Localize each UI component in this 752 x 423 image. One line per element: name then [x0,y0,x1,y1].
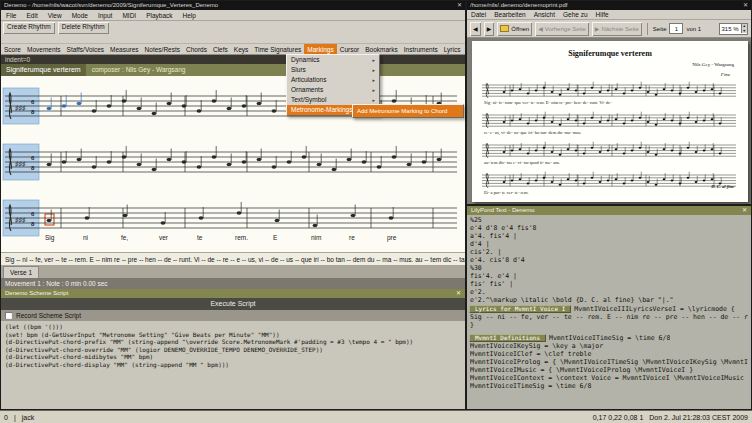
note-glyph [422,160,427,164]
denemo-titlebar[interactable]: Denemo - /home/nils/wacot/svn/denemo/200… [1,1,465,10]
create-rhythm-button[interactable]: Create Rhythm [3,22,55,34]
menu-score[interactable]: Score [1,44,24,54]
menu-keys[interactable]: Keys [231,44,251,54]
menu-file[interactable]: File [1,10,21,20]
menu-playback[interactable]: Playback [141,10,177,20]
arrow-left-icon: ◀ [538,23,543,35]
menu-chords[interactable]: Chords [183,44,210,54]
document-area[interactable]: Signiferumque verterem Nils Gey - Wargsa… [467,38,751,205]
lyric-syllable: Sig [45,234,54,241]
menu-input[interactable]: Input [93,10,117,20]
lilypond-titlebar[interactable]: LilyPond Text - Denemo ✕ [467,206,751,215]
lilypond-text-editor[interactable]: %25 e'4 d'8 e'4 fis'8 a'4. fis'4 | d'4 |… [467,215,751,410]
definitions-section-button[interactable]: MvmntI Definitions [469,334,546,342]
note-glyph [543,117,546,119]
note-glyph [583,92,586,94]
zoom-spinner[interactable]: 315 % ▲ ▼ [719,23,748,35]
script-line: (set! bpm (d-GetUserInput "Metronome Set… [5,331,461,339]
menu-measures[interactable]: Measures [107,44,142,54]
lilypond-line: %30 [470,264,748,272]
menu-markings[interactable]: Markings [304,44,336,54]
back-button[interactable]: ◀ [470,22,481,36]
menu-ansicht[interactable]: Ansicht [530,10,559,19]
spin-down-icon[interactable]: ▼ [742,29,747,34]
menu-help[interactable]: Help [178,10,201,20]
staff-system [5,202,457,231]
next-page-button[interactable]: ▶ Nächste Seite [592,22,642,36]
menu-midi[interactable]: MIDI [117,10,141,20]
lyric-syllable: pre [387,234,396,241]
page-number-input[interactable]: 1 [669,23,683,34]
note-glyph [615,88,618,90]
menu-view[interactable]: View [43,10,67,20]
note-glyph [575,120,578,122]
forward-button[interactable]: ▶ [484,22,495,36]
verse-editor[interactable]: Sig -- ni -- fe, ver -- te -- rem. E -- … [1,252,465,265]
note-glyph [711,148,714,150]
menu-hilfe[interactable]: Hilfe [592,10,613,19]
pdf-viewer-window: /home/nils/.denemo/denemoprint.pdf ✕ Dat… [466,0,752,205]
menu-cursor[interactable]: Cursor [337,44,363,54]
menu-item-slurs[interactable]: Slurs▸ [287,65,379,75]
menu-item-ornaments[interactable]: Ornaments▸ [287,85,379,95]
note-glyph [535,150,538,152]
menu-item-dynamics[interactable]: Dynamics▸ [287,55,379,65]
menu-bearbeiten[interactable]: Bearbeiten [490,10,529,19]
note-glyph [703,180,706,182]
note-glyph [615,178,618,180]
note-glyph [227,163,232,167]
close-icon[interactable]: ✕ [457,1,462,10]
note-glyph [137,163,142,167]
note-glyph [272,165,277,169]
note-glyph [77,158,82,162]
menu-edit[interactable]: Edit [21,10,42,20]
note-glyph [623,92,626,94]
key-signature: ♯♯♯ [15,104,26,111]
note-glyph [591,147,594,149]
open-button[interactable]: Öffnen [497,22,532,36]
close-icon[interactable]: ✕ [456,289,461,298]
arrow-left-icon: ◀ [473,23,478,35]
page-label: Seite [653,26,667,32]
menu-mode[interactable]: Mode [67,10,93,20]
menu-bookmarks[interactable]: Bookmarks [362,44,401,54]
menu-clefs[interactable]: Clefs [210,44,231,54]
script-line: (d-DirectivePut-chord-display "MM" (stri… [5,361,461,369]
menu-staffs-voices[interactable]: Staffs/Voices [64,44,107,54]
scheme-panel-titlebar[interactable]: Denemo Scheme Script ✕ [1,289,465,298]
note-glyph [631,120,634,122]
menu-item-articulations[interactable]: Articulations▸ [287,75,379,85]
note-glyph [647,181,650,183]
menu-item-add-metronome-marking[interactable]: Add Metronome Marking to Chord [353,105,463,117]
menu-datei[interactable]: Datei [467,10,490,19]
score-canvas[interactable]: ♯♯♯ 6 8 ♯♯♯ 6 8 ♯♯♯ 6 8 [1,76,465,252]
close-icon[interactable]: ✕ [742,206,747,215]
note-glyph [85,216,90,220]
tab-verse-1[interactable]: Verse 1 [3,266,39,278]
note-glyph [543,177,546,179]
menu-movements[interactable]: Movements [24,44,64,54]
note-glyph [332,168,337,172]
menu-notes-rests[interactable]: Notes/Rests [142,44,183,54]
menu-gehe-zu[interactable]: Gehe zu [559,10,592,19]
menu-instruments[interactable]: Instruments [401,44,441,54]
definitions-line: MvmntIVoiceIMusic = { \MvmntIVoiceIProlo… [470,366,748,374]
note-glyph [503,181,506,183]
menu-time-signatures[interactable]: Time Signatures [251,44,304,54]
lyrics-section-button[interactable]: Lyrics for MvmntI Voice I [469,305,571,313]
definitions-line: MvmntIVoiceIProlog = { \MvmntIVoiceITime… [470,358,748,366]
note-glyph [511,150,514,152]
scheme-script-editor[interactable]: (let ((bpm '())) (set! bpm (d-GetUserInp… [1,321,465,410]
record-script-checkbox[interactable] [5,312,12,319]
workspace-indicator[interactable]: 0 [4,414,8,421]
key-signature: ♯♯♯ [15,160,26,167]
note-glyph [639,147,642,149]
note-glyph [655,154,658,156]
close-icon[interactable]: ✕ [743,1,748,10]
delete-rhythm-button[interactable]: Delete Rhythm [58,22,109,34]
pdf-titlebar[interactable]: /home/nils/.denemo/denemoprint.pdf ✕ [467,1,751,10]
menu-lyrics[interactable]: Lyrics [441,44,464,54]
execute-script-button[interactable]: Execute Script [1,298,465,310]
previous-page-button[interactable]: ◀ Vorherige Seite [535,22,589,36]
note-glyph [242,160,247,164]
